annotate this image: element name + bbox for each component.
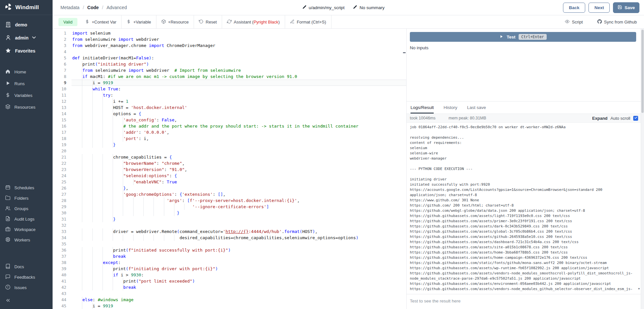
dollar-icon bbox=[85, 19, 89, 25]
sidebar-item-favorites[interactable]: Favorites bbox=[0, 44, 53, 57]
user-icon bbox=[5, 35, 11, 41]
line-number: 41 bbox=[55, 278, 66, 284]
log-text: job 01864aff-22dd-cf40-f0c5-0ec8e9b50c70… bbox=[410, 125, 636, 292]
log-output[interactable]: job 01864aff-22dd-cf40-f0c5-0ec8e9b50c70… bbox=[407, 123, 641, 294]
line-number: 28 bbox=[55, 197, 66, 204]
assistant-button[interactable]: Assistant (Pyright Black) bbox=[222, 15, 285, 28]
header-center: u/admin/my_script No summary bbox=[302, 0, 384, 15]
message-icon bbox=[5, 274, 10, 280]
sidebar-item-schedules[interactable]: Schedules bbox=[0, 182, 53, 193]
package-icon bbox=[161, 19, 166, 25]
tab-history[interactable]: History bbox=[443, 101, 457, 114]
sidebar-item-variables[interactable]: Variables bbox=[0, 89, 53, 101]
book-icon bbox=[5, 264, 10, 270]
sidebar-item-label: Schedules bbox=[14, 185, 34, 190]
sidebar-item-label: Issues bbox=[14, 285, 27, 290]
tab-logs-result[interactable]: Logs/Result bbox=[411, 101, 434, 114]
sidebar-item-demo[interactable]: demo bbox=[0, 18, 53, 31]
home-icon bbox=[5, 69, 10, 75]
line-number: 45 bbox=[55, 303, 66, 309]
alert-icon bbox=[5, 285, 10, 291]
save-button[interactable]: Save bbox=[613, 2, 639, 13]
code-editor[interactable]: 1234567891011121314151617181920212223242… bbox=[53, 29, 407, 309]
sidebar-item-issues[interactable]: Issues bbox=[0, 282, 53, 293]
code-line: "browserName": "chrome", bbox=[72, 160, 406, 166]
test-button-label: Test bbox=[507, 35, 515, 39]
code-line: options = { bbox=[72, 111, 406, 117]
code-line: "enableVNC": True bbox=[72, 179, 406, 185]
line-number: 25 bbox=[55, 179, 66, 185]
sidebar-item-runs[interactable]: Runs bbox=[0, 78, 53, 89]
star-icon bbox=[5, 48, 11, 54]
users-icon bbox=[5, 206, 10, 212]
code-line: } bbox=[72, 216, 406, 222]
tab-metadata[interactable]: Metadata bbox=[60, 5, 79, 10]
line-number: 42 bbox=[55, 284, 66, 290]
line-number: 23 bbox=[55, 166, 66, 173]
toolbar-item-label: Reset bbox=[206, 20, 217, 24]
expand-button[interactable]: Expand bbox=[592, 116, 607, 121]
tab-code[interactable]: Code bbox=[87, 5, 99, 10]
line-number: 13 bbox=[55, 104, 66, 111]
editor-overview-ruler[interactable] bbox=[402, 29, 406, 309]
format-ctrl-s-button[interactable]: Format (Ctrl+S) bbox=[285, 15, 331, 28]
window-scrollbar[interactable] bbox=[641, 29, 644, 309]
scrollbar-thumb[interactable] bbox=[641, 30, 644, 113]
code-line: } bbox=[72, 142, 406, 148]
context-var-button[interactable]: +Context Var bbox=[80, 15, 121, 28]
test-panel: Test Ctrl+Enter No inputs Logs/ResultHis… bbox=[407, 29, 641, 309]
reset-button[interactable]: Reset bbox=[194, 15, 222, 28]
app-logo[interactable]: Windmill bbox=[0, 0, 53, 15]
script-summary[interactable]: No summary bbox=[353, 5, 385, 10]
sidebar-item-label: demo bbox=[15, 22, 27, 27]
code-line: try: bbox=[72, 92, 406, 98]
sidebar-item-folders[interactable]: Folders bbox=[0, 193, 53, 203]
sidebar-item-resources[interactable]: Resources bbox=[0, 101, 53, 113]
code-line: print("port limit exceeded") bbox=[72, 278, 406, 284]
scroll-down-icon[interactable]: ▾ bbox=[638, 286, 640, 291]
line-number: 20 bbox=[55, 148, 66, 154]
sidebar-item-admin[interactable]: admin bbox=[0, 31, 53, 44]
play-icon bbox=[499, 35, 503, 39]
content: 1234567891011121314151617181920212223242… bbox=[53, 29, 644, 309]
resource-button[interactable]: +Resource bbox=[156, 15, 194, 28]
next-button[interactable]: Next bbox=[588, 3, 610, 13]
editor-code[interactable]: import seleniumfrom seleniumwire import … bbox=[72, 29, 406, 309]
tab-advanced[interactable]: Advanced bbox=[106, 5, 127, 10]
line-number: 18 bbox=[55, 135, 66, 142]
calendar-icon bbox=[5, 185, 10, 191]
line-number: 4 bbox=[55, 49, 66, 55]
code-line: from webdriver_manager.chrome import Chr… bbox=[72, 42, 406, 49]
sidebar-collapse-button[interactable] bbox=[0, 293, 53, 309]
breadcrumb: Metadata/Code/Advanced bbox=[60, 5, 127, 10]
sidebar-item-audit-logs[interactable]: Audit Logs bbox=[0, 214, 53, 224]
line-number: 24 bbox=[55, 173, 66, 179]
breadcrumb-separator: / bbox=[102, 5, 103, 10]
folder-icon bbox=[5, 195, 10, 201]
line-number: 21 bbox=[55, 154, 66, 160]
sidebar-item-label: Folders bbox=[14, 196, 28, 201]
toolbar-item-label: Format (Ctrl+S) bbox=[297, 20, 326, 24]
back-button[interactable]: Back bbox=[563, 3, 585, 13]
line-number: 27 bbox=[55, 191, 66, 197]
sidebar-item-groups[interactable]: Groups bbox=[0, 203, 53, 214]
code-line: chrome_capabilities = { bbox=[72, 154, 406, 160]
log-info-right: Expand Auto scroll bbox=[592, 116, 638, 121]
sidebar-item-home[interactable]: Home bbox=[0, 66, 53, 78]
variable-button[interactable]: +Variable bbox=[121, 15, 156, 28]
sidebar-item-label: Groups bbox=[14, 206, 28, 211]
script-button[interactable]: Script bbox=[565, 19, 583, 25]
sidebar-item-workspace[interactable]: Workspace bbox=[0, 224, 53, 235]
script-path[interactable]: u/admin/my_script bbox=[302, 5, 345, 10]
sidebar-item-workers[interactable]: Workers bbox=[0, 235, 53, 245]
tab-last-save[interactable]: Last save bbox=[467, 101, 486, 114]
code-line: break bbox=[72, 253, 406, 259]
sidebar-item-feedbacks[interactable]: Feedbacks bbox=[0, 272, 53, 282]
autoscroll-checkbox[interactable] bbox=[633, 116, 638, 121]
test-button[interactable]: Test Ctrl+Enter bbox=[410, 32, 636, 42]
sidebar-item-docs[interactable]: Docs bbox=[0, 261, 53, 272]
code-line: print(f"initiated successfully with port… bbox=[72, 247, 406, 253]
chevrons-left-icon bbox=[5, 298, 11, 304]
code-line: from seleniumwire import webdriver # Imp… bbox=[72, 67, 406, 73]
sync-from-github-button[interactable]: Sync from Github bbox=[597, 19, 637, 25]
